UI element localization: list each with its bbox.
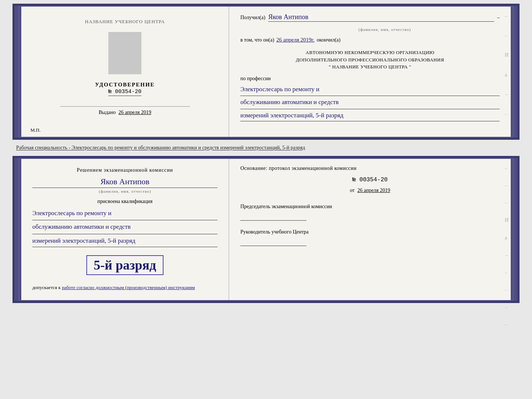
qual-line1: Электрослесарь по ремонту и bbox=[32, 207, 218, 220]
director-label: Руководитель учебного Центра bbox=[240, 228, 500, 236]
qual-line2: обслуживанию автоматики и средств bbox=[32, 221, 218, 234]
vydano-block: Выдано 26 апреля 2019 bbox=[32, 110, 218, 115]
dash: – bbox=[497, 15, 500, 21]
diploma-right-page: Получил(а) Яков Антипов – (фамилия, имя,… bbox=[229, 6, 511, 138]
recipient-line: Получил(а) Яков Антипов – bbox=[240, 13, 500, 22]
spine-bottom-left bbox=[15, 158, 21, 301]
resheniem-title: Решением экзаменационной комиссии bbox=[32, 167, 218, 173]
director-sig-line bbox=[240, 239, 306, 246]
chairman-sig-line bbox=[240, 213, 306, 221]
dopuskaetsya-italic: работе согласно должностным (производств… bbox=[62, 285, 195, 290]
mp-label: М.П. bbox=[30, 127, 40, 133]
vtom-date: 26 апреля 2019г. bbox=[276, 37, 314, 43]
po-professii: по профессии bbox=[240, 76, 500, 82]
director-block: Руководитель учебного Центра bbox=[240, 228, 500, 246]
recipient-name: Яков Антипов bbox=[268, 13, 494, 22]
side-deco-top: – – И а ← – bbox=[505, 13, 509, 117]
org-line1: АВТОНОМНУЮ НЕКОММЕРЧЕСКУЮ ОРГАНИЗАЦИЮ bbox=[240, 49, 500, 56]
vtom-label: в том, что он(а) bbox=[240, 37, 274, 43]
side-deco-bottom: – – – И а ← – – – – bbox=[505, 165, 509, 327]
razryad-big: 5-й разряд bbox=[86, 255, 163, 275]
dopuskaetsya-label: допускается к bbox=[32, 285, 61, 290]
diploma-book-top: НАЗВАНИЕ УЧЕБНОГО ЦЕНТРА УДОСТОВЕРЕНИЕ №… bbox=[12, 4, 520, 140]
vydano-label: Выдано bbox=[98, 110, 116, 115]
diploma-book-bottom: Решением экзаменационной комиссии Яков А… bbox=[12, 156, 520, 303]
profession-line1: Электрослесарь по ремонту и bbox=[240, 84, 500, 96]
vtom-line: в том, что он(а) 26 апреля 2019г. окончи… bbox=[240, 37, 500, 43]
dopuskaetsya-block: допускается к работе согласно должностны… bbox=[32, 284, 218, 292]
ot-date: 26 апреля 2019 bbox=[357, 188, 390, 193]
fio-subtitle: (фамилия, имя, отчество) bbox=[270, 27, 500, 32]
org-line2: ДОПОЛНИТЕЛЬНОГО ПРОФЕССИОНАЛЬНОГО ОБРАЗО… bbox=[240, 56, 500, 64]
vydano-date: 26 апреля 2019 bbox=[119, 110, 151, 115]
razryad-big-container: 5-й разряд bbox=[32, 252, 218, 278]
cert-number: № 00354-20 bbox=[108, 89, 141, 96]
prisvoena: присвоена квалификация bbox=[32, 199, 218, 204]
profession-handwritten: Электрослесарь по ремонту и обслуживанию… bbox=[240, 84, 500, 122]
qual-line3: измерений электростанций, 5-й разряд bbox=[32, 235, 218, 247]
org-line3: " НАЗВАНИЕ УЧЕБНОГО ЦЕНТРА " bbox=[240, 63, 500, 71]
ot-label: от bbox=[350, 188, 355, 193]
diploma-bottom-left: Решением экзаменационной комиссии Яков А… bbox=[21, 158, 229, 301]
profession-line3: измерений электростанций, 5-й разряд bbox=[240, 110, 500, 121]
osnovanie: Основание: протокол экзаменационной коми… bbox=[240, 165, 500, 171]
okonchil-label: окончил(а) bbox=[317, 37, 341, 43]
spine-left bbox=[15, 6, 21, 138]
profession-line2: обслуживанию автоматики и средств bbox=[240, 97, 500, 109]
specialty-text: Рабочая специальность - Электрослесарь п… bbox=[12, 143, 520, 153]
ot-date-block: от 26 апреля 2019 bbox=[240, 188, 500, 193]
spine-bottom-right bbox=[511, 158, 517, 301]
diploma-left-page: НАЗВАНИЕ УЧЕБНОГО ЦЕНТРА УДОСТОВЕРЕНИЕ №… bbox=[21, 6, 229, 138]
bottom-person-name: Яков Антипов bbox=[32, 177, 218, 188]
org-block: АВТОНОМНУЮ НЕКОММЕРЧЕСКУЮ ОРГАНИЗАЦИЮ ДО… bbox=[240, 49, 500, 71]
chairman-block: Председатель экзаменационной комиссии bbox=[240, 203, 500, 221]
center-title: НАЗВАНИЕ УЧЕБНОГО ЦЕНТРА bbox=[85, 19, 165, 25]
fio-subtitle-bottom: (фамилия, имя, отчество) bbox=[32, 189, 218, 193]
poluchil-label: Получил(а) bbox=[240, 15, 265, 21]
protocol-number: № 00354-20 bbox=[240, 177, 500, 183]
chairman-label: Председатель экзаменационной комиссии bbox=[240, 203, 500, 210]
cert-title-block: УДОСТОВЕРЕНИЕ № 00354-20 bbox=[95, 82, 155, 96]
spine-right bbox=[511, 6, 517, 138]
udost-label: УДОСТОВЕРЕНИЕ bbox=[95, 82, 155, 88]
qualification-block: Электрослесарь по ремонту и обслуживанию… bbox=[32, 207, 218, 247]
diploma-bottom-right: Основание: протокол экзаменационной коми… bbox=[229, 158, 511, 301]
photo-placeholder bbox=[108, 32, 141, 74]
